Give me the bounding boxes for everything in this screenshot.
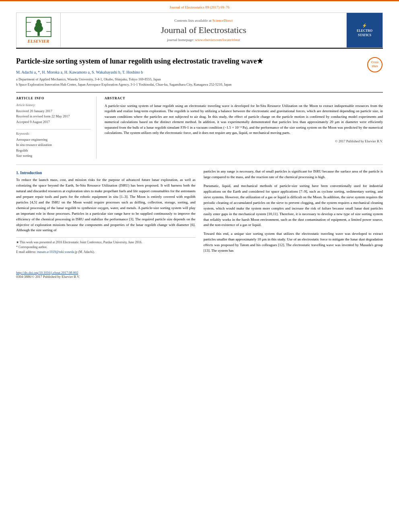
affiliations: a Department of Applied Mechanics, Wased…	[16, 77, 383, 87]
abstract-section: ABSTRACT A particle-size sorting system …	[105, 97, 383, 159]
svg-text:Cross: Cross	[371, 61, 379, 64]
intro-para1: To reduce the launch mass, cost, and mis…	[16, 177, 195, 233]
info-abstract-section: ARTICLE INFO Article history: Received 2…	[16, 92, 383, 159]
journal-title: Journal of Electrostatics	[161, 25, 247, 35]
issn-line: 0304-3886/© 2017 Published by Elsevier B…	[16, 275, 80, 279]
badge-label: ELECTRO STATICS	[357, 29, 372, 37]
electrostatics-badge-text: ⚡ ELECTRO STATICS	[357, 23, 372, 37]
page: Journal of Electrostatics 89 (2017) 69–7…	[0, 0, 399, 532]
doi-link[interactable]: http://dx.doi.org/10.1016/j.elstat.2017.…	[16, 271, 78, 275]
article-info-panel: ARTICLE INFO Article history: Received 2…	[16, 97, 97, 159]
right-para1: particles in any range is necessary, tha…	[204, 169, 383, 180]
svg-point-3	[36, 19, 41, 24]
history-label: Article history:	[16, 103, 90, 107]
page-footer: http://dx.doi.org/10.1016/j.elstat.2017.…	[0, 271, 399, 279]
orange-bar	[0, 0, 399, 1]
keywords-section: Keywords: Aerospace engineering In situ …	[16, 129, 90, 159]
footnote-section: ★ This work was presented at 2016 Electr…	[16, 237, 195, 255]
elsevier-brand-text: ELSEVIER	[28, 39, 49, 43]
footnote-star: ★ This work was presented at 2016 Electr…	[16, 240, 195, 245]
crossmark-badge[interactable]: Cross Mark	[367, 57, 383, 73]
authors: M. Adachi a, *, H. Moroka a, H. Kawamoto…	[16, 70, 383, 74]
intro-heading: 1. Introduction	[16, 170, 195, 175]
homepage-label: journal homepage:	[167, 38, 194, 42]
homepage-link[interactable]: www.elsevier.com/locate/elstat	[195, 38, 240, 42]
right-para3: Toward this end, a unique size sorting s…	[204, 231, 383, 254]
email-person: (M. Adachi).	[78, 250, 95, 254]
affiliation-b: b Space Exploration Innovation Hub Cente…	[16, 82, 383, 87]
article-title: Particle-size sorting system of lunar re…	[16, 57, 383, 66]
footnote-corresponding: * Corresponding author.	[16, 245, 195, 250]
accepted-date: Accepted 9 August 2017	[16, 119, 90, 125]
elsevier-tree-icon	[25, 17, 53, 37]
keywords-title: Keywords:	[16, 132, 90, 136]
email-link[interactable]: masato.a-1019@toki.waseda.jp	[37, 250, 77, 254]
body-right-column: particles in any range is necessary, tha…	[204, 169, 383, 257]
contents-label: Contents lists available at	[175, 18, 212, 23]
main-content: Particle-size sorting system of lunar re…	[0, 49, 399, 265]
abstract-heading: ABSTRACT	[105, 97, 383, 100]
footnote-email: E-mail address: masato.a-1019@toki.wased…	[16, 250, 195, 255]
article-info-heading: ARTICLE INFO	[16, 97, 90, 100]
received-date: Received 20 January 2017	[16, 109, 90, 114]
section-divider	[16, 164, 383, 165]
sciencedirect-link[interactable]: ScienceDirect	[212, 18, 232, 23]
journal-ref-text: Journal of Electrostatics 89 (2017) 69–7…	[169, 5, 229, 9]
elsevier-logo: ELSEVIER	[16, 13, 61, 47]
body-columns: 1. Introduction To reduce the launch mas…	[16, 169, 383, 257]
journal-reference-top: Journal of Electrostatics 89 (2017) 69–7…	[0, 3, 399, 11]
right-para2: Pneumatic, liquid, and mechanical method…	[204, 183, 383, 228]
svg-text:Mark: Mark	[372, 65, 378, 68]
keyword-1: Aerospace engineering	[16, 137, 90, 143]
sciencedirect-line: Contents lists available at ScienceDirec…	[175, 18, 233, 23]
affiliation-a: a Department of Applied Mechanics, Wased…	[16, 77, 383, 82]
homepage-line: journal homepage: www.elsevier.com/locat…	[167, 38, 240, 42]
received-revised-date: Received in revised form 22 May 2017	[16, 114, 90, 119]
keyword-3: Regolith	[16, 148, 90, 154]
journal-center: Contents lists available at ScienceDirec…	[61, 13, 346, 47]
journal-header: ELSEVIER Contents lists available at Sci…	[16, 12, 383, 48]
copyright: © 2017 Published by Elsevier B.V.	[105, 139, 383, 143]
keyword-4: Size sorting	[16, 153, 90, 159]
article-title-section: Particle-size sorting system of lunar re…	[16, 57, 383, 87]
email-label: E-mail address:	[16, 250, 36, 254]
keyword-2: In situ resource utilization	[16, 142, 90, 148]
journal-badge-right: ⚡ ELECTRO STATICS	[346, 13, 383, 47]
abstract-text: A particle-size sorting system of lunar …	[105, 103, 383, 136]
body-left-column: 1. Introduction To reduce the launch mas…	[16, 169, 195, 257]
